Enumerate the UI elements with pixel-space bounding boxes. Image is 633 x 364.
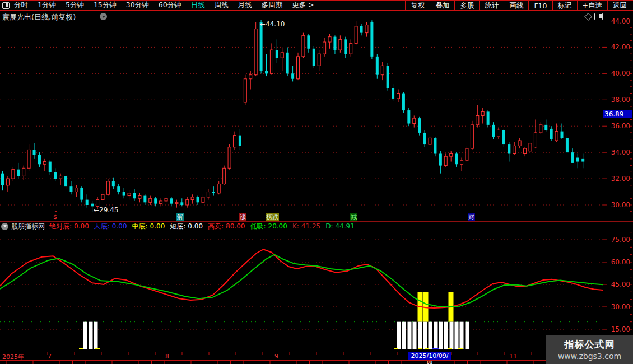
indicator-legend-item: 大底:0.00 <box>94 222 127 230</box>
indicator-legend-item: 绝对底:0.00 <box>49 222 89 230</box>
indicator-tick-label: 45.00 <box>607 281 630 288</box>
price-annotation: ←29.45 <box>94 206 118 214</box>
indicator-header: 股朋指标网 绝对底:0.00大底:0.00中底:0.00短底:0.00高卖:80… <box>0 222 603 230</box>
up-caret-icon: ^ <box>54 209 58 217</box>
price-tick-label: 36.00 <box>607 122 630 130</box>
event-marker[interactable]: 解 <box>176 213 184 221</box>
price-tick-label: 32.00 <box>607 175 630 183</box>
trading-app-window: 分时1分钟5分钟15分钟30分钟60分钟日线周线月线多周期更多 > 复权叠加多股… <box>0 0 633 364</box>
chart-canvas[interactable] <box>0 0 633 364</box>
price-tick-label: 30.00 <box>607 201 630 209</box>
chevron-down-icon <box>3 225 7 227</box>
indicator-tick-label: 60.00 <box>607 258 630 266</box>
time-axis-label: 9 <box>274 353 278 360</box>
time-axis-label: 7 <box>48 353 52 360</box>
indicator-legend-item: D:44.91 <box>325 222 355 230</box>
event-marker[interactable]: 涨 <box>239 213 246 221</box>
event-marker[interactable]: 榜跌 <box>266 213 279 221</box>
indicator-source-label: 股朋指标网 <box>11 222 45 231</box>
indicator-legend-item: K:41.25 <box>292 222 320 230</box>
selected-date-badge: 2025/10/09/四 <box>408 352 451 360</box>
indicator-collapse-icon[interactable] <box>1 223 8 230</box>
price-tick-label: 42.00 <box>607 43 630 51</box>
time-axis-label: 8 <box>165 353 169 360</box>
price-tick-label: 44.00 <box>607 17 630 25</box>
price-tick-label: 34.00 <box>607 148 630 156</box>
watermark-url: www.zbgs3.com <box>558 352 621 361</box>
indicator-tick-label: 75.00 <box>607 236 630 244</box>
indicator-tick-label: 30.00 <box>607 303 630 311</box>
event-marker[interactable]: 减 <box>350 213 357 221</box>
indicator-legend-item: 中底:0.00 <box>132 222 165 230</box>
price-annotation: ←44.10 <box>260 20 285 28</box>
time-axis-label: 11 <box>509 353 517 360</box>
indicator-legend: 绝对底:0.00大底:0.00中底:0.00短底:0.00高卖:80.00低吸:… <box>49 222 360 231</box>
price-tick-label: 38.00 <box>607 96 630 104</box>
time-axis-label: 2025年 <box>2 353 24 361</box>
event-marker[interactable]: 财 <box>468 213 475 221</box>
indicator-legend-item: 低吸:20.00 <box>250 222 287 230</box>
price-tick-label: 40.00 <box>607 69 630 77</box>
indicator-tick-label: 15.00 <box>607 325 630 333</box>
watermark-title: 指标公式网 <box>565 338 615 351</box>
last-price-badge: 36.89 <box>603 110 632 118</box>
indicator-legend-item: 高卖:80.00 <box>208 222 245 230</box>
site-watermark: 指标公式网 www.zbgs3.com <box>546 335 633 364</box>
indicator-legend-item: 短底:0.00 <box>170 222 203 230</box>
event-marker[interactable]: $^ <box>53 213 58 221</box>
